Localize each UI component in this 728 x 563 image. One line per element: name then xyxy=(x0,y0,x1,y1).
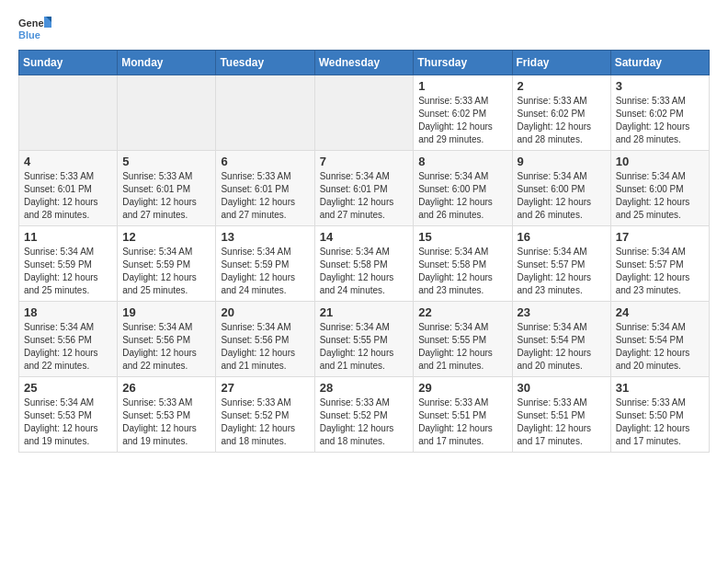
day-number: 19 xyxy=(122,305,210,319)
calendar-cell xyxy=(314,75,414,151)
day-info: Sunrise: 5:34 AM Sunset: 6:00 PM Dayligh… xyxy=(616,170,704,222)
calendar-cell: 11Sunrise: 5:34 AM Sunset: 5:59 PM Dayli… xyxy=(19,226,118,302)
day-info: Sunrise: 5:34 AM Sunset: 6:00 PM Dayligh… xyxy=(418,170,506,222)
calendar-cell: 22Sunrise: 5:34 AM Sunset: 5:55 PM Dayli… xyxy=(414,302,512,377)
calendar-cell: 30Sunrise: 5:33 AM Sunset: 5:51 PM Dayli… xyxy=(512,377,610,453)
calendar-header-monday: Monday xyxy=(118,51,216,75)
calendar-cell: 29Sunrise: 5:33 AM Sunset: 5:51 PM Dayli… xyxy=(414,377,512,453)
day-number: 18 xyxy=(24,305,112,319)
day-info: Sunrise: 5:34 AM Sunset: 6:00 PM Dayligh… xyxy=(518,170,606,222)
day-info: Sunrise: 5:33 AM Sunset: 6:01 PM Dayligh… xyxy=(122,170,210,222)
calendar-cell: 27Sunrise: 5:33 AM Sunset: 5:52 PM Dayli… xyxy=(216,377,314,453)
day-number: 21 xyxy=(320,305,409,319)
day-info: Sunrise: 5:34 AM Sunset: 5:56 PM Dayligh… xyxy=(122,321,210,373)
calendar-cell: 4Sunrise: 5:33 AM Sunset: 6:01 PM Daylig… xyxy=(19,151,118,226)
day-info: Sunrise: 5:34 AM Sunset: 5:54 PM Dayligh… xyxy=(518,321,606,373)
day-info: Sunrise: 5:34 AM Sunset: 5:55 PM Dayligh… xyxy=(418,321,506,373)
logo: General Blue xyxy=(18,15,55,42)
day-number: 31 xyxy=(616,381,704,395)
day-info: Sunrise: 5:33 AM Sunset: 5:52 PM Dayligh… xyxy=(221,396,309,448)
day-number: 27 xyxy=(221,381,309,395)
day-info: Sunrise: 5:34 AM Sunset: 5:53 PM Dayligh… xyxy=(24,396,112,448)
day-info: Sunrise: 5:34 AM Sunset: 5:57 PM Dayligh… xyxy=(518,246,606,297)
calendar-cell: 8Sunrise: 5:34 AM Sunset: 6:00 PM Daylig… xyxy=(414,151,512,226)
day-number: 11 xyxy=(24,230,112,244)
calendar-cell: 20Sunrise: 5:34 AM Sunset: 5:56 PM Dayli… xyxy=(216,302,314,377)
calendar-header-sunday: Sunday xyxy=(19,51,118,75)
day-number: 14 xyxy=(320,230,409,244)
calendar-cell xyxy=(19,75,118,151)
calendar-cell: 12Sunrise: 5:34 AM Sunset: 5:59 PM Dayli… xyxy=(118,226,216,302)
calendar-header-saturday: Saturday xyxy=(610,51,709,75)
day-info: Sunrise: 5:33 AM Sunset: 6:02 PM Dayligh… xyxy=(518,95,606,146)
calendar-body: 1Sunrise: 5:33 AM Sunset: 6:02 PM Daylig… xyxy=(19,75,710,453)
calendar-cell xyxy=(118,75,216,151)
header: General Blue xyxy=(18,15,710,42)
day-info: Sunrise: 5:34 AM Sunset: 5:55 PM Dayligh… xyxy=(320,321,409,373)
day-info: Sunrise: 5:34 AM Sunset: 5:56 PM Dayligh… xyxy=(24,321,112,373)
day-number: 28 xyxy=(320,381,409,395)
calendar-week-2: 4Sunrise: 5:33 AM Sunset: 6:01 PM Daylig… xyxy=(19,151,710,226)
day-number: 20 xyxy=(221,305,309,319)
calendar-cell: 10Sunrise: 5:34 AM Sunset: 6:00 PM Dayli… xyxy=(610,151,709,226)
day-number: 3 xyxy=(616,79,704,93)
calendar-cell: 6Sunrise: 5:33 AM Sunset: 6:01 PM Daylig… xyxy=(216,151,314,226)
day-info: Sunrise: 5:33 AM Sunset: 5:51 PM Dayligh… xyxy=(518,396,606,448)
calendar-header-tuesday: Tuesday xyxy=(216,51,314,75)
calendar-header-row: SundayMondayTuesdayWednesdayThursdayFrid… xyxy=(19,51,710,75)
day-info: Sunrise: 5:33 AM Sunset: 5:51 PM Dayligh… xyxy=(418,396,506,448)
calendar-cell: 26Sunrise: 5:33 AM Sunset: 5:53 PM Dayli… xyxy=(118,377,216,453)
calendar-cell: 25Sunrise: 5:34 AM Sunset: 5:53 PM Dayli… xyxy=(19,377,118,453)
day-info: Sunrise: 5:33 AM Sunset: 5:53 PM Dayligh… xyxy=(122,396,210,448)
day-info: Sunrise: 5:33 AM Sunset: 6:02 PM Dayligh… xyxy=(616,95,704,146)
calendar-header-thursday: Thursday xyxy=(414,51,512,75)
day-number: 6 xyxy=(221,155,309,168)
day-number: 29 xyxy=(418,381,506,395)
day-number: 24 xyxy=(616,305,704,319)
day-info: Sunrise: 5:34 AM Sunset: 5:58 PM Dayligh… xyxy=(320,246,409,297)
day-number: 5 xyxy=(122,155,210,168)
calendar-cell: 23Sunrise: 5:34 AM Sunset: 5:54 PM Dayli… xyxy=(512,302,610,377)
calendar-week-1: 1Sunrise: 5:33 AM Sunset: 6:02 PM Daylig… xyxy=(19,75,710,151)
day-number: 17 xyxy=(616,230,704,244)
day-number: 26 xyxy=(122,381,210,395)
day-number: 22 xyxy=(418,305,506,319)
day-number: 4 xyxy=(24,155,112,168)
calendar-week-3: 11Sunrise: 5:34 AM Sunset: 5:59 PM Dayli… xyxy=(19,226,710,302)
calendar-week-5: 25Sunrise: 5:34 AM Sunset: 5:53 PM Dayli… xyxy=(19,377,710,453)
calendar-header-wednesday: Wednesday xyxy=(314,51,414,75)
day-number: 7 xyxy=(320,155,409,168)
day-number: 13 xyxy=(221,230,309,244)
day-info: Sunrise: 5:34 AM Sunset: 5:59 PM Dayligh… xyxy=(24,246,112,297)
day-info: Sunrise: 5:34 AM Sunset: 5:57 PM Dayligh… xyxy=(616,246,704,297)
logo-icon: General Blue xyxy=(18,15,51,42)
svg-text:Blue: Blue xyxy=(18,29,40,40)
calendar-cell: 17Sunrise: 5:34 AM Sunset: 5:57 PM Dayli… xyxy=(610,226,709,302)
day-info: Sunrise: 5:33 AM Sunset: 6:01 PM Dayligh… xyxy=(221,170,309,222)
day-info: Sunrise: 5:33 AM Sunset: 5:50 PM Dayligh… xyxy=(616,396,704,448)
calendar-week-4: 18Sunrise: 5:34 AM Sunset: 5:56 PM Dayli… xyxy=(19,302,710,377)
calendar-cell xyxy=(216,75,314,151)
calendar-cell: 28Sunrise: 5:33 AM Sunset: 5:52 PM Dayli… xyxy=(314,377,414,453)
calendar-cell: 3Sunrise: 5:33 AM Sunset: 6:02 PM Daylig… xyxy=(610,75,709,151)
day-info: Sunrise: 5:34 AM Sunset: 5:54 PM Dayligh… xyxy=(616,321,704,373)
day-info: Sunrise: 5:34 AM Sunset: 5:59 PM Dayligh… xyxy=(122,246,210,297)
calendar-cell: 14Sunrise: 5:34 AM Sunset: 5:58 PM Dayli… xyxy=(314,226,414,302)
day-number: 16 xyxy=(518,230,606,244)
calendar-cell: 31Sunrise: 5:33 AM Sunset: 5:50 PM Dayli… xyxy=(610,377,709,453)
day-info: Sunrise: 5:33 AM Sunset: 6:01 PM Dayligh… xyxy=(24,170,112,222)
calendar-cell: 7Sunrise: 5:34 AM Sunset: 6:01 PM Daylig… xyxy=(314,151,414,226)
day-number: 12 xyxy=(122,230,210,244)
calendar-cell: 9Sunrise: 5:34 AM Sunset: 6:00 PM Daylig… xyxy=(512,151,610,226)
day-number: 15 xyxy=(418,230,506,244)
day-info: Sunrise: 5:34 AM Sunset: 6:01 PM Dayligh… xyxy=(320,170,409,222)
calendar-cell: 15Sunrise: 5:34 AM Sunset: 5:58 PM Dayli… xyxy=(414,226,512,302)
calendar-cell: 19Sunrise: 5:34 AM Sunset: 5:56 PM Dayli… xyxy=(118,302,216,377)
day-number: 1 xyxy=(418,79,506,93)
calendar-cell: 13Sunrise: 5:34 AM Sunset: 5:59 PM Dayli… xyxy=(216,226,314,302)
day-number: 25 xyxy=(24,381,112,395)
day-number: 2 xyxy=(518,79,606,93)
calendar-cell: 24Sunrise: 5:34 AM Sunset: 5:54 PM Dayli… xyxy=(610,302,709,377)
day-info: Sunrise: 5:33 AM Sunset: 5:52 PM Dayligh… xyxy=(320,396,409,448)
day-info: Sunrise: 5:34 AM Sunset: 5:58 PM Dayligh… xyxy=(418,246,506,297)
